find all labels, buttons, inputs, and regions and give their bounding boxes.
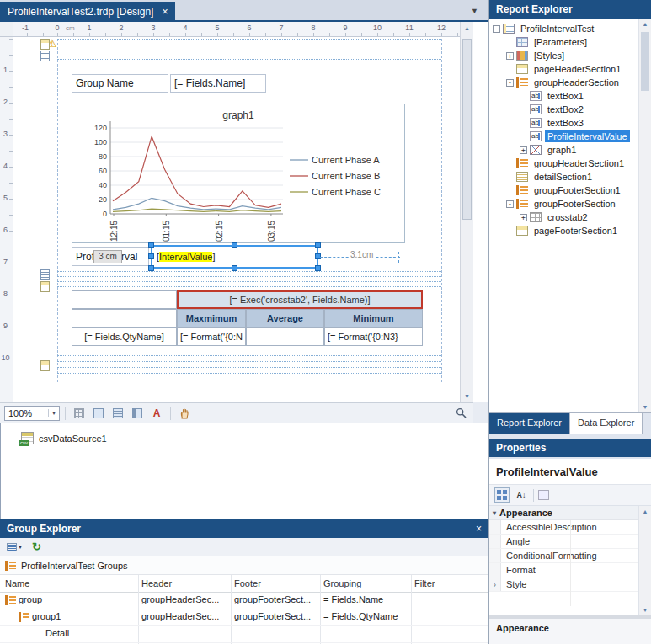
page-footer-section-icon[interactable] bbox=[40, 360, 50, 371]
groups-root-row[interactable]: ProfileIntervalTest Groups bbox=[0, 556, 488, 575]
scrollbar-thumb[interactable] bbox=[641, 32, 649, 91]
property-expander-icon[interactable]: › bbox=[489, 577, 501, 591]
selection-handle[interactable] bbox=[148, 242, 154, 248]
scroll-up-icon[interactable]: ▲ bbox=[461, 25, 473, 31]
crosstab-corner-cell[interactable] bbox=[72, 290, 177, 309]
detail-section-icon[interactable] bbox=[40, 269, 50, 280]
crosstab-value-cell[interactable]: [= Format('{0:N bbox=[177, 327, 246, 346]
pan-tool-button[interactable] bbox=[176, 405, 193, 421]
group-row-footer[interactable]: groupFooterSect... bbox=[234, 611, 311, 621]
crosstab-column-average[interactable]: Average bbox=[246, 309, 324, 327]
property-category-row[interactable]: ▾ Appearance bbox=[489, 506, 651, 520]
group-row-name[interactable]: Detail bbox=[45, 628, 69, 638]
group-view-button[interactable]: ▾ bbox=[3, 540, 25, 555]
design-vertical-scrollbar[interactable]: ▲ ▼ bbox=[460, 22, 473, 402]
group-row-grouping[interactable]: = Fields.QtyName bbox=[323, 611, 398, 621]
properties-scrollbar[interactable]: ▲ ▼ bbox=[638, 506, 651, 615]
tab-report-explorer[interactable]: Report Explorer bbox=[489, 413, 569, 434]
tree-item-textBox1[interactable]: textBox1 bbox=[489, 89, 638, 103]
refresh-button[interactable]: ↻ bbox=[29, 540, 45, 555]
ruler-toggle-button[interactable] bbox=[129, 405, 146, 421]
description-title: Appearance bbox=[496, 623, 549, 633]
font-size-button[interactable]: A bbox=[148, 405, 165, 421]
tree-item-graph1[interactable]: +graph1 bbox=[489, 143, 638, 157]
document-tab[interactable]: ProfileIntervalTest2.trdp [Design] × bbox=[0, 2, 175, 22]
tree-item-ProfileIntervalTest[interactable]: -ProfileIntervalTest bbox=[489, 22, 638, 35]
group-row-name[interactable]: group bbox=[19, 594, 42, 604]
property-pages-icon[interactable] bbox=[538, 490, 549, 500]
crosstab-value-cell[interactable]: [= Format('{0:N3} bbox=[324, 327, 423, 346]
group-row-header[interactable]: groupHeaderSec... bbox=[141, 611, 219, 621]
scroll-up-icon[interactable]: ▲ bbox=[639, 508, 651, 514]
tree-item-groupFooterSection[interactable]: -groupFooterSection bbox=[489, 197, 638, 210]
zoom-tool-button[interactable] bbox=[452, 405, 469, 421]
selection-handle[interactable] bbox=[315, 242, 321, 248]
tab-data-explorer[interactable]: Data Explorer bbox=[569, 413, 643, 434]
h-ruler-label: 2 bbox=[113, 24, 130, 32]
tree-item-textBox2[interactable]: textBox2 bbox=[489, 103, 638, 116]
tree-item-groupHeaderSection[interactable]: -groupHeaderSection bbox=[489, 76, 638, 89]
design-canvas[interactable]: ⚠ Group Name [= Fields.Name] bbox=[13, 37, 460, 402]
tree-item-groupFooterSection1[interactable]: groupFooterSection1 bbox=[489, 184, 638, 197]
scroll-down-icon[interactable]: ▼ bbox=[639, 607, 651, 613]
tree-expander-icon[interactable]: - bbox=[506, 79, 514, 87]
scroll-down-icon[interactable]: ▼ bbox=[639, 404, 651, 410]
tab-close-icon[interactable]: × bbox=[162, 6, 168, 18]
zoom-dropdown-icon[interactable]: ▾ bbox=[48, 409, 59, 417]
tree-expander-icon[interactable]: - bbox=[506, 200, 514, 208]
category-collapse-icon[interactable]: ▾ bbox=[493, 509, 496, 517]
tree-item-[Parameters][interactable]: [Parameters] bbox=[489, 35, 638, 49]
tree-expander-icon[interactable]: + bbox=[520, 146, 527, 154]
tab-overflow-icon[interactable]: ▼ bbox=[471, 7, 478, 15]
page-header-section-icon[interactable] bbox=[40, 39, 50, 50]
svg-text:100: 100 bbox=[94, 138, 107, 146]
tree-expander-icon[interactable]: - bbox=[493, 25, 500, 33]
scrollbar-thumb[interactable] bbox=[462, 39, 472, 220]
group-row-name[interactable]: group1 bbox=[32, 611, 61, 621]
snap-lines-button[interactable] bbox=[109, 405, 126, 421]
categorized-button[interactable] bbox=[494, 487, 510, 503]
selection-handle[interactable] bbox=[315, 265, 321, 271]
crosstab2-table[interactable]: [= Exec('crosstab2', Fields.Name)] Maxmi… bbox=[72, 290, 423, 346]
selection-handle[interactable] bbox=[148, 253, 154, 259]
tree-expander-icon[interactable]: + bbox=[506, 52, 514, 60]
crosstab-value-cell[interactable] bbox=[246, 327, 324, 346]
section-separator bbox=[57, 39, 441, 40]
selected-textbox-interval-value[interactable]: [IntervalValue] bbox=[151, 245, 318, 269]
crosstab-empty-cell[interactable] bbox=[72, 309, 177, 327]
scroll-up-icon[interactable]: ▲ bbox=[639, 21, 651, 27]
crosstab-column-minimum[interactable]: Minimum bbox=[324, 309, 423, 327]
group-row-footer[interactable]: groupFooterSect... bbox=[234, 594, 311, 604]
tree-item-textBox3[interactable]: textBox3 bbox=[489, 116, 638, 130]
graph1-chart[interactable]: graph102040608010012012:1501:1502:1503:1… bbox=[72, 104, 405, 243]
tree-item-groupHeaderSection1[interactable]: groupHeaderSection1 bbox=[489, 157, 638, 170]
tree-expander-icon[interactable]: + bbox=[520, 214, 527, 221]
group-explorer-close-icon[interactable]: × bbox=[476, 523, 482, 535]
textbox-fields-name[interactable]: [= Fields.Name] bbox=[170, 74, 266, 93]
datasource-item[interactable]: csvDataSource1 bbox=[1, 423, 488, 444]
selection-handle[interactable] bbox=[232, 242, 237, 248]
grid-toggle-button[interactable] bbox=[71, 405, 88, 421]
scroll-down-icon[interactable]: ▼ bbox=[461, 393, 473, 399]
crosstab-row-label[interactable]: [= Fields.QtyName] bbox=[72, 327, 177, 346]
svg-text:03:15: 03:15 bbox=[267, 221, 276, 242]
group-footer-section-icon[interactable] bbox=[40, 281, 50, 292]
sort-alphabetical-button[interactable]: A↓ bbox=[514, 487, 529, 503]
textbox-group-name[interactable]: Group Name bbox=[72, 74, 168, 93]
group-row-header[interactable]: groupHeaderSec... bbox=[141, 594, 219, 604]
tree-item-crosstab2[interactable]: +crosstab2 bbox=[489, 210, 638, 224]
tree-item-pageFooterSection1[interactable]: pageFooterSection1 bbox=[489, 224, 638, 237]
crosstab-column-maxmimum[interactable]: Maxmimum bbox=[177, 309, 246, 327]
tree-item-ProfileIntervalValue[interactable]: ProfileIntervalValue bbox=[489, 130, 638, 143]
zoom-combobox[interactable]: 100% ▾ bbox=[4, 406, 60, 421]
tree-item-[Styles][interactable]: +[Styles] bbox=[489, 49, 638, 62]
tree-scrollbar[interactable]: ▲ ▼ bbox=[638, 19, 651, 412]
tree-item-detailSection1[interactable]: detailSection1 bbox=[489, 170, 638, 184]
tree-item-pageHeaderSection1[interactable]: pageHeaderSection1 bbox=[489, 62, 638, 76]
group-row-grouping[interactable]: = Fields.Name bbox=[323, 594, 383, 604]
group-header-section-icon[interactable] bbox=[40, 51, 50, 61]
selection-handle[interactable] bbox=[148, 265, 154, 271]
crosstab-header-cell[interactable]: [= Exec('crosstab2', Fields.Name)] bbox=[177, 290, 423, 309]
snap-grid-button[interactable] bbox=[90, 405, 107, 421]
selection-handle[interactable] bbox=[232, 265, 237, 271]
